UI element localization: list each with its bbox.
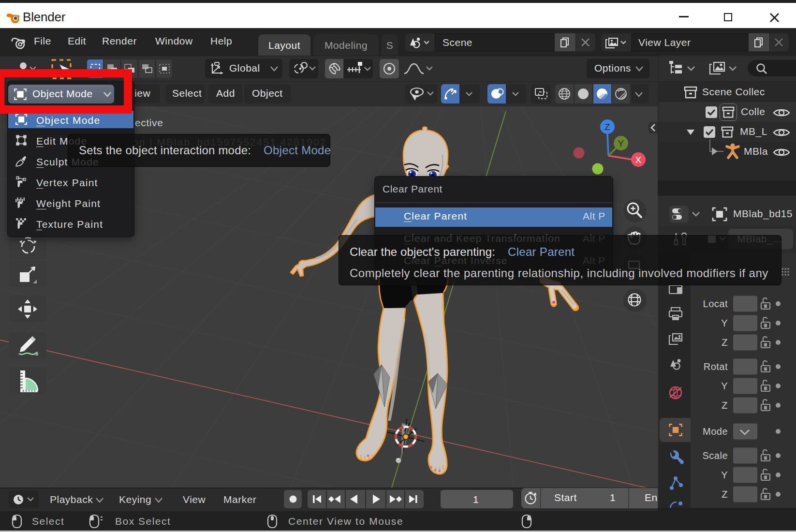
svg-text:Rotat: Rotat [704,361,728,372]
svg-text:Y: Y [721,318,728,328]
svg-text:Y: Y [721,381,728,391]
svg-text:Y: Y [618,138,624,148]
svg-text:Z: Z [722,489,728,500]
svg-text:Mode: Mode [703,426,728,437]
svg-text:Z: Z [722,337,728,348]
svg-text:Z: Z [722,400,728,411]
svg-text:Z: Z [604,122,610,132]
svg-text:Scale: Scale [702,450,728,461]
svg-text:Locat: Locat [703,298,728,309]
svg-text:Y: Y [721,470,728,480]
svg-text:X: X [635,155,641,165]
